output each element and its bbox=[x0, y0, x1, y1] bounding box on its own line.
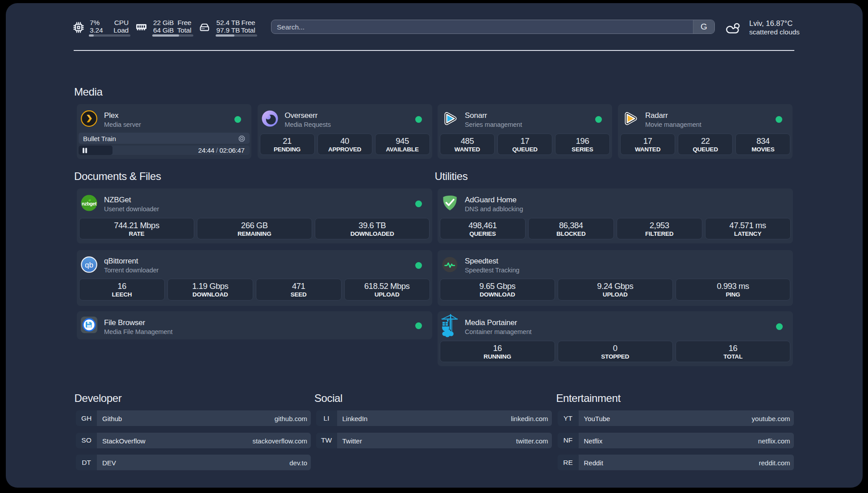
svg-text:qb: qb bbox=[85, 261, 93, 269]
svg-text:nzbget: nzbget bbox=[82, 201, 97, 206]
